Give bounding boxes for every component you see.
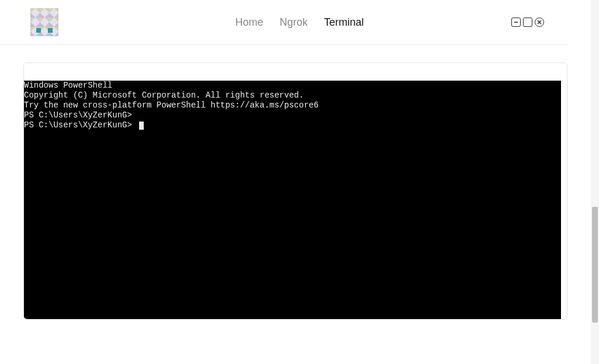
nav-tab-terminal[interactable]: Terminal	[324, 16, 364, 29]
terminal-cursor	[139, 122, 144, 130]
terminal-prompt: PS C:\Users\XyZerKunG>	[24, 120, 137, 130]
terminal-panel: Windows PowerShellCopyright (C) Microsof…	[23, 63, 567, 320]
close-icon[interactable]	[535, 18, 544, 27]
terminal-line: Copyright (C) Microsoft Corporation. All…	[24, 91, 561, 100]
main-nav: Home Ngrok Terminal	[235, 16, 363, 29]
minimize-icon[interactable]	[511, 18, 521, 27]
scrollbar[interactable]	[591, 0, 599, 364]
terminal-body[interactable]: Windows PowerShellCopyright (C) Microsof…	[24, 81, 561, 319]
terminal-prompt-line: PS C:\Users\XyZerKunG>	[24, 120, 561, 130]
scrollbar-thumb[interactable]	[592, 207, 598, 323]
terminal-line: Try the new cross-platform PowerShell ht…	[24, 100, 561, 110]
terminal-line: Windows PowerShell	[24, 81, 561, 91]
nav-tab-home[interactable]: Home	[235, 16, 263, 29]
terminal-titlebar	[24, 63, 567, 81]
maximize-icon[interactable]	[523, 18, 532, 27]
window-controls	[511, 18, 544, 27]
nav-tab-ngrok[interactable]: Ngrok	[279, 16, 307, 29]
terminal-line: PS C:\Users\XyZerKunG>	[24, 110, 561, 120]
header: Home Ngrok Terminal	[0, 0, 567, 45]
logo-avatar	[30, 8, 58, 36]
content-area: Windows PowerShellCopyright (C) Microsof…	[0, 45, 591, 337]
